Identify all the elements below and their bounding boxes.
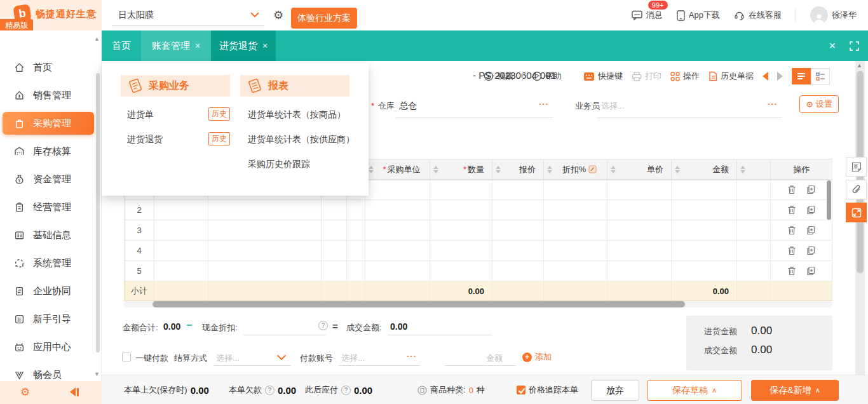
sort-icon[interactable] [675,166,680,173]
copy-row-icon[interactable] [806,246,815,255]
col-header-qty[interactable]: *数量 [430,159,492,180]
edit-icon[interactable] [588,165,597,173]
form-view-toggle[interactable] [811,68,830,84]
draft-box-button[interactable]: 草 [846,157,867,177]
close-all-icon[interactable]: × [829,39,836,53]
horizontal-scrollbar-track[interactable] [124,301,832,307]
empty-cell[interactable] [672,180,737,200]
empty-cell[interactable] [544,180,607,200]
menu-item-purchase-return[interactable]: 进货退货 [127,134,163,145]
empty-cell[interactable] [322,261,347,281]
col-header-unit[interactable]: *采购单位 [365,159,430,180]
print-button[interactable]: 打印 [632,71,661,82]
account-select[interactable]: 日太阳膜 [118,10,154,21]
empty-cell[interactable] [492,220,544,241]
sidebar-collapse-icon[interactable] [70,387,79,396]
sidebar-item-app-center[interactable]: 应用中心 [0,335,97,358]
sort-icon[interactable] [369,166,374,173]
sidebar-item-operations[interactable]: 经营管理 [0,196,97,219]
empty-cell[interactable] [347,220,365,241]
app-download-button[interactable]: App下载 [677,10,720,21]
empty-cell[interactable] [607,241,672,261]
one-click-pay-checkbox[interactable] [122,353,131,361]
empty-cell[interactable] [672,241,737,261]
pay-account-ellipsis-icon[interactable]: ··· [407,351,417,361]
col-header-discount[interactable]: 折扣% [544,159,607,180]
video-button[interactable]: 视频 [484,71,513,82]
copy-row-icon[interactable] [806,266,815,276]
empty-cell[interactable] [544,220,607,241]
fullscreen-icon[interactable] [850,41,859,51]
price-track-checkbox[interactable] [517,386,526,394]
empty-cell[interactable] [492,200,544,220]
sidebar-item-guide[interactable]: 新 新手引导 [0,307,97,330]
history-badge[interactable]: 历史 [208,107,230,121]
empty-cell[interactable] [672,261,737,281]
tab-purchase-return[interactable]: 进货退货 × [211,30,276,61]
empty-cell[interactable] [544,261,607,281]
save-draft-button[interactable]: 保存草稿 ∧ [647,380,742,401]
user-menu[interactable]: 徐泽华 [810,6,857,24]
hotkey-button[interactable]: 快捷键 [583,71,623,82]
empty-cell[interactable] [322,220,347,241]
menu-item-stats-by-product[interactable]: 进货单统计表（按商品） [248,109,346,121]
empty-cell[interactable] [154,241,208,261]
empty-cell[interactable] [208,220,322,241]
question-icon[interactable]: ? [318,321,328,330]
sidebar-settings-gear-icon[interactable]: ⚙ [20,386,30,399]
sort-icon[interactable] [611,166,616,173]
menu-item-purchase-order[interactable]: 进货单 [127,109,154,121]
sidebar-scroll-down-icon[interactable]: ▼ [94,371,100,377]
salesman-picker-ellipsis-icon[interactable]: ··· [768,99,778,109]
empty-cell[interactable] [322,200,347,220]
question-icon[interactable]: ? [341,386,351,395]
sidebar-item-home[interactable]: 首页 [0,56,97,79]
empty-cell[interactable] [208,261,322,281]
sidebar-item-collaboration[interactable]: 企业协同 [0,279,97,302]
add-payment-button[interactable]: + 添加 [522,351,552,363]
empty-cell[interactable] [737,261,771,281]
empty-cell[interactable] [672,220,737,241]
delete-row-icon[interactable] [787,185,796,194]
chevron-down-icon[interactable] [250,11,259,18]
empty-cell[interactable] [492,241,544,261]
sidebar-item-system[interactable]: 系统管理 [0,252,97,274]
attachment-button[interactable] [846,180,867,199]
empty-cell[interactable] [365,261,430,281]
messages-button[interactable]: 消息 99+ [632,10,663,21]
empty-cell[interactable] [208,241,322,261]
empty-cell[interactable] [492,180,544,200]
discard-button[interactable]: 放弃 [591,380,639,401]
chevron-down-icon[interactable] [277,351,286,360]
list-view-toggle[interactable] [792,68,811,84]
sort-icon[interactable] [547,166,552,173]
warehouse-picker-ellipsis-icon[interactable]: ··· [539,99,549,109]
empty-cell[interactable] [430,220,492,241]
sort-icon[interactable] [496,166,501,173]
col-header-price[interactable]: 报价 [492,159,544,180]
sidebar-scrollbar[interactable] [96,73,100,353]
help-button[interactable]: ? 帮助 [532,71,562,82]
empty-cell[interactable] [737,180,771,200]
empty-cell[interactable] [347,200,365,220]
empty-cell[interactable] [430,261,492,281]
copy-row-icon[interactable] [806,226,815,235]
empty-cell[interactable] [672,200,737,220]
empty-cell[interactable] [365,200,430,220]
sidebar-item-purchase[interactable]: 采购管理 [3,112,94,135]
sidebar-item-inventory[interactable]: 库存核算 [0,140,97,163]
empty-cell[interactable] [544,200,607,220]
empty-cell[interactable] [607,200,672,220]
empty-cell[interactable] [154,261,208,281]
empty-cell[interactable] [737,200,771,220]
empty-cell[interactable] [154,200,208,220]
history-docs-button[interactable]: 历史单据 [709,71,754,82]
salesman-placeholder[interactable]: 选择... [601,100,625,112]
operations-button[interactable]: 操作 [670,71,700,82]
horizontal-scrollbar-thumb[interactable] [153,301,685,307]
settings-button[interactable]: ⚙ 设置 [799,95,839,113]
price-track-option[interactable]: 价格追踪本单 [517,375,578,404]
delete-row-icon[interactable] [787,266,796,276]
delete-row-icon[interactable] [787,205,796,215]
online-service-button[interactable]: 在线客服 [734,10,782,21]
